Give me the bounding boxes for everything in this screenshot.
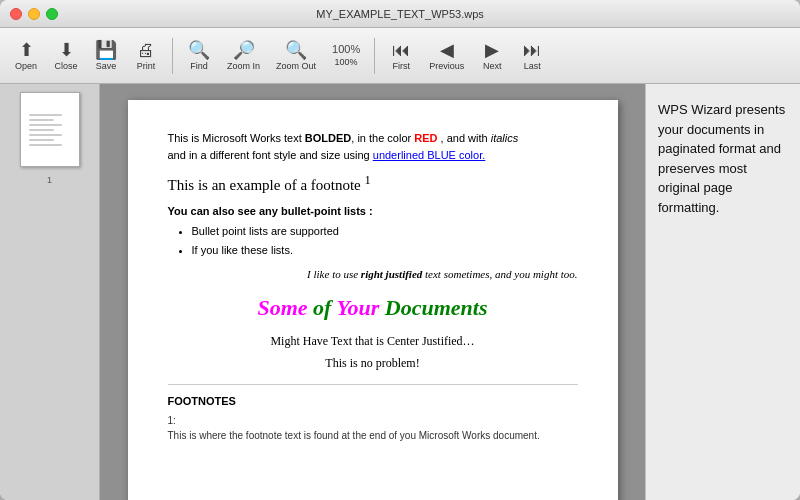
toolbar-separator-2 (374, 38, 375, 74)
find-label: Find (190, 61, 208, 71)
intro-bold: BOLDED (305, 132, 351, 144)
intro-newline: and in a different font style and size u… (168, 149, 373, 161)
footnotes-section: FOOTNOTES 1: This is where the footnote … (168, 384, 578, 444)
next-button[interactable]: ▶ Next (474, 37, 510, 75)
close-tool-button[interactable]: ⬇ Close (48, 37, 84, 75)
open-button[interactable]: ⬆ Open (8, 37, 44, 75)
bullet-item-1: Bullet point lists are supported (192, 223, 578, 240)
toolbar-separator-1 (172, 38, 173, 74)
intro-paragraph: This is Microsoft Works text BOLDED, in … (168, 130, 578, 163)
page-thumbnail[interactable] (20, 92, 80, 167)
app-window: MY_EXAMPLE_TEXT_WP53.wps ⬆ Open ⬇ Close … (0, 0, 800, 500)
bullet-item-2: If you like these lists. (192, 242, 578, 259)
document-page: This is Microsoft Works text BOLDED, in … (128, 100, 618, 500)
close-tool-label: Close (54, 61, 77, 71)
print-button[interactable]: 🖨 Print (128, 37, 164, 75)
zoom-in-icon: 🔎 (233, 41, 255, 59)
bullet-list-heading: You can also see any bullet-point lists … (168, 203, 578, 220)
save-button[interactable]: 💾 Save (88, 37, 124, 75)
first-button[interactable]: ⏮ First (383, 37, 419, 75)
titlebar: MY_EXAMPLE_TEXT_WP53.wps (0, 0, 800, 28)
100pct-icon: 100% (332, 44, 360, 55)
previous-button[interactable]: ◀ Previous (423, 37, 470, 75)
100pct-label: 100% (335, 57, 358, 67)
some-of-your-documents: Some of Your Documents (168, 291, 578, 324)
thumb-line-5 (29, 134, 63, 136)
intro-italic: italics (491, 132, 519, 144)
print-label: Print (137, 61, 156, 71)
traffic-lights (10, 8, 58, 20)
of-word: of (308, 295, 337, 320)
documents-word: Documents (379, 295, 487, 320)
zoom-in-button[interactable]: 🔎 Zoom In (221, 37, 266, 75)
zoom-out-button[interactable]: 🔍 Zoom Out (270, 37, 322, 75)
intro-normal: This is Microsoft Works text (168, 132, 305, 144)
thumb-line-2 (29, 119, 54, 121)
footnote-example-heading: This is an example of a footnote 1 (168, 171, 578, 197)
save-label: Save (96, 61, 117, 71)
right-justified-text: I like to use right justified text somet… (168, 266, 578, 283)
your-word: Your (337, 295, 380, 320)
thumb-line-6 (29, 139, 54, 141)
thumb-line-3 (29, 124, 63, 126)
sidebar: 1 (0, 84, 100, 500)
previous-icon: ◀ (440, 41, 454, 59)
close-button[interactable] (10, 8, 22, 20)
first-label: First (392, 61, 410, 71)
right-panel: WPS Wizard presents your documents in pa… (645, 84, 800, 500)
maximize-button[interactable] (46, 8, 58, 20)
page-number-label: 1 (47, 175, 52, 185)
intro-comma: , in the color (351, 132, 414, 144)
last-icon: ⏭ (523, 41, 541, 59)
thumb-line-4 (29, 129, 54, 131)
right-justified-bold: right justified (361, 268, 422, 280)
find-button[interactable]: 🔍 Find (181, 37, 217, 75)
100pct-button[interactable]: 100% 100% (326, 40, 366, 71)
bullet-list: Bullet point lists are supported If you … (168, 223, 578, 258)
intro-blue-underline: underlined BLUE color. (373, 149, 486, 161)
zoom-out-icon: 🔍 (285, 41, 307, 59)
thumb-preview (25, 110, 75, 150)
open-icon: ⬆ (19, 41, 34, 59)
center-text-1: Might Have Text that is Center Justified… (168, 332, 578, 350)
last-label: Last (524, 61, 541, 71)
toolbar: ⬆ Open ⬇ Close 💾 Save 🖨 Print 🔍 Find 🔎 Z… (0, 28, 800, 84)
intro-and: , and with (438, 132, 491, 144)
footnotes-label: FOOTNOTES (168, 393, 578, 410)
some-word: Some (257, 295, 307, 320)
open-label: Open (15, 61, 37, 71)
thumb-line-1 (29, 114, 63, 116)
next-label: Next (483, 61, 502, 71)
document-area[interactable]: This is Microsoft Works text BOLDED, in … (100, 84, 645, 500)
window-title: MY_EXAMPLE_TEXT_WP53.wps (316, 8, 484, 20)
close-tool-icon: ⬇ (59, 41, 74, 59)
right-panel-text: WPS Wizard presents your documents in pa… (658, 100, 788, 217)
save-icon: 💾 (95, 41, 117, 59)
last-button[interactable]: ⏭ Last (514, 37, 550, 75)
footnote-number: 1: (168, 413, 578, 428)
footnote-body: This is where the footnote text is found… (168, 428, 578, 443)
find-icon: 🔍 (188, 41, 210, 59)
thumb-line-7 (29, 144, 63, 146)
intro-red: RED (414, 132, 437, 144)
previous-label: Previous (429, 61, 464, 71)
next-icon: ▶ (485, 41, 499, 59)
minimize-button[interactable] (28, 8, 40, 20)
zoom-out-label: Zoom Out (276, 61, 316, 71)
print-icon: 🖨 (137, 41, 155, 59)
main-area: 1 This is Microsoft Works text BOLDED, i… (0, 84, 800, 500)
center-text-2: This is no problem! (168, 354, 578, 372)
first-icon: ⏮ (392, 41, 410, 59)
zoom-in-label: Zoom In (227, 61, 260, 71)
